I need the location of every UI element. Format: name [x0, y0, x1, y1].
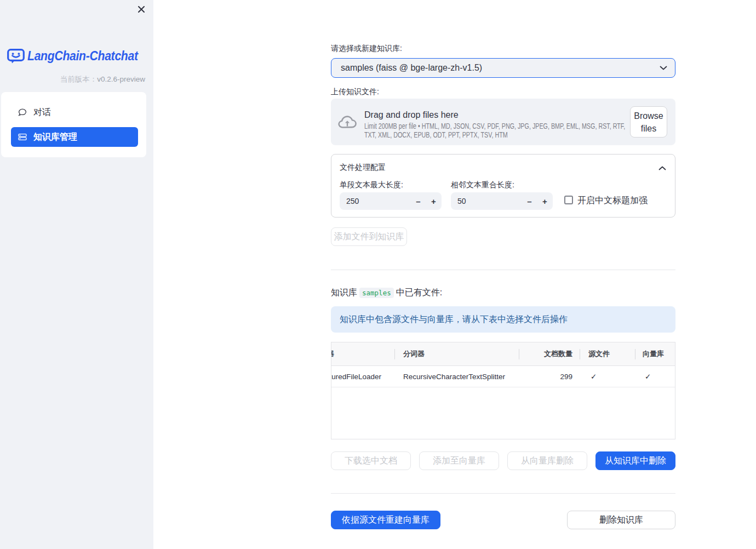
kb-name-code: samples: [359, 288, 394, 298]
sidebar-item-kb-manage[interactable]: 知识库管理: [11, 127, 138, 147]
overlap-size-value: 50: [457, 197, 466, 205]
info-alert: 知识库中包含源文件与向量库，请从下表中选择文件后操作: [331, 306, 675, 333]
kb-select-value: samples (faiss @ bge-large-zh-v1.5): [341, 63, 660, 73]
col-source-header[interactable]: 源文件: [588, 342, 627, 365]
dropzone-limit-text: Limit 200MB per file • HTML, MD, JSON, C…: [364, 122, 634, 139]
chunk-size-label: 单段文本最大长度:: [340, 180, 403, 190]
zh-title-checkbox-label[interactable]: 开启中文标题加强: [577, 195, 648, 207]
col-splitter-header[interactable]: 分词器: [403, 342, 518, 365]
delete-from-kb-button[interactable]: 从知识库中删除: [595, 451, 675, 470]
add-files-button[interactable]: 添加文件到知识库: [331, 227, 407, 246]
sidebar-menu: 对话 知识库管理: [1, 92, 146, 157]
add-to-vector-button[interactable]: 添加至向量库: [419, 451, 499, 470]
overlap-size-label: 相邻文本重合长度:: [451, 180, 514, 190]
chunk-size-input[interactable]: 250 – +: [340, 192, 442, 210]
sidebar-close-icon[interactable]: [136, 4, 146, 14]
cell-splitter: RecursiveCharacterTextSplitter: [403, 366, 518, 387]
overlap-size-decrement-button[interactable]: –: [522, 192, 537, 210]
file-dropzone[interactable]: Drag and drop files here Limit 200MB per…: [331, 99, 675, 145]
col-loader-header[interactable]: 文档加载器: [331, 342, 395, 365]
kb-files-heading: 知识库samples中已有文件:: [331, 287, 442, 299]
chat-icon: [18, 108, 27, 117]
divider: [331, 493, 675, 494]
overlap-size-increment-button[interactable]: +: [537, 192, 553, 210]
info-alert-text: 知识库中包含源文件与向量库，请从下表中选择文件后操作: [340, 314, 568, 325]
kb-select-label: 请选择或新建知识库:: [331, 44, 402, 54]
version-line: 当前版本：v0.2.6-preview: [0, 75, 145, 84]
chevron-down-icon: [660, 66, 667, 70]
divider: [331, 270, 675, 270]
col-vector-header[interactable]: 向量库: [643, 342, 674, 365]
expander-title[interactable]: 文件处理配置: [340, 163, 386, 173]
kb-files-table[interactable]: 文档加载器 分词器 文档数量 源文件 向量库 UnstructuredFileL…: [331, 342, 675, 439]
delete-from-vector-button[interactable]: 从向量库删除: [507, 451, 587, 470]
rebuild-vector-button[interactable]: 依据源文件重建向量库: [331, 511, 440, 529]
cell-source: ✓: [591, 366, 629, 387]
zh-title-checkbox[interactable]: [564, 196, 573, 204]
col-docs-header[interactable]: 文档数量: [528, 342, 572, 365]
sidebar-item-chat[interactable]: 对话: [11, 102, 138, 122]
table-row[interactable]: UnstructuredFileLoader RecursiveCharacte…: [331, 366, 675, 387]
delete-kb-button[interactable]: 删除知识库: [567, 511, 675, 529]
version-value: v0.2.6-preview: [97, 75, 145, 83]
logo-text: LangChain-Chatchat: [27, 48, 143, 67]
overlap-size-input[interactable]: 50 – +: [451, 192, 553, 210]
cell-vector: ✓: [645, 366, 675, 387]
uploader-label: 上传知识文件:: [331, 87, 379, 97]
chunk-size-increment-button[interactable]: +: [426, 192, 442, 210]
table-header: 文档加载器 分词器 文档数量 源文件 向量库: [331, 342, 675, 366]
sidebar-item-kb-manage-label: 知识库管理: [33, 131, 77, 143]
sidebar-item-chat-label: 对话: [33, 107, 51, 118]
version-label: 当前版本：: [60, 75, 98, 83]
chunk-size-value: 250: [346, 197, 359, 205]
chevron-up-icon[interactable]: [658, 166, 666, 170]
cell-docs: 299: [528, 366, 572, 387]
download-selected-button[interactable]: 下载选中文档: [331, 451, 411, 470]
dropzone-title: Drag and drop files here: [364, 110, 459, 120]
app-root: LangChain-Chatchat 当前版本：v0.2.6-preview 对…: [0, 0, 756, 549]
cell-loader: UnstructuredFileLoader: [331, 366, 409, 387]
sidebar: LangChain-Chatchat 当前版本：v0.2.6-preview 对…: [0, 0, 153, 549]
stack-icon: [18, 133, 27, 141]
logo-icon: [7, 49, 25, 64]
upload-cloud-icon: [338, 116, 357, 128]
chunk-size-decrement-button[interactable]: –: [410, 192, 426, 210]
kb-select[interactable]: samples (faiss @ bge-large-zh-v1.5): [331, 58, 675, 78]
browse-files-button[interactable]: Browse files: [630, 106, 667, 138]
